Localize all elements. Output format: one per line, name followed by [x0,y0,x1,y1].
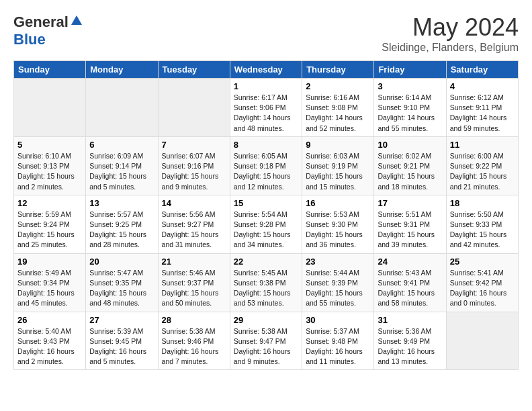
day-number: 2 [306,81,370,91]
logo-icon [70,14,83,30]
cell-daylight-info: Sunrise: 6:07 AM Sunset: 9:16 PM Dayligh… [162,151,226,192]
calendar-cell: 30Sunrise: 5:37 AM Sunset: 9:48 PM Dayli… [302,312,374,370]
calendar-week-row: 1Sunrise: 6:17 AM Sunset: 9:06 PM Daylig… [14,79,519,137]
weekday-header-row: SundayMondayTuesdayWednesdayThursdayFrid… [14,61,519,79]
weekday-header-tuesday: Tuesday [158,61,230,79]
day-number: 22 [234,257,298,267]
calendar-cell [86,79,158,137]
cell-daylight-info: Sunrise: 5:38 AM Sunset: 9:46 PM Dayligh… [162,326,226,367]
calendar-cell: 31Sunrise: 5:36 AM Sunset: 9:49 PM Dayli… [374,312,446,370]
calendar-cell: 29Sunrise: 5:38 AM Sunset: 9:47 PM Dayli… [230,312,302,370]
calendar-cell: 11Sunrise: 6:00 AM Sunset: 9:22 PM Dayli… [446,136,518,195]
calendar-cell: 4Sunrise: 6:12 AM Sunset: 9:11 PM Daylig… [446,79,518,137]
calendar-cell: 2Sunrise: 6:16 AM Sunset: 9:08 PM Daylig… [302,79,374,137]
day-number: 24 [378,257,442,267]
cell-daylight-info: Sunrise: 5:56 AM Sunset: 9:27 PM Dayligh… [162,210,226,250]
cell-daylight-info: Sunrise: 5:59 AM Sunset: 9:24 PM Dayligh… [17,210,82,250]
calendar-week-row: 12Sunrise: 5:59 AM Sunset: 9:24 PM Dayli… [14,195,519,253]
weekday-header-monday: Monday [86,61,158,79]
weekday-header-friday: Friday [374,61,446,79]
cell-daylight-info: Sunrise: 6:14 AM Sunset: 9:10 PM Dayligh… [378,93,442,134]
svg-marker-0 [71,15,82,25]
calendar-cell: 18Sunrise: 5:50 AM Sunset: 9:33 PM Dayli… [446,195,518,253]
calendar-cell: 24Sunrise: 5:43 AM Sunset: 9:41 PM Dayli… [374,253,446,312]
calendar-cell: 1Sunrise: 6:17 AM Sunset: 9:06 PM Daylig… [230,79,302,137]
cell-daylight-info: Sunrise: 5:37 AM Sunset: 9:48 PM Dayligh… [306,326,370,367]
calendar-cell: 3Sunrise: 6:14 AM Sunset: 9:10 PM Daylig… [374,79,446,137]
day-number: 20 [89,257,154,267]
location-subtitle: Sleidinge, Flanders, Belgium [382,42,519,54]
day-number: 4 [450,81,515,91]
cell-daylight-info: Sunrise: 5:46 AM Sunset: 9:37 PM Dayligh… [162,268,226,309]
day-number: 19 [17,257,82,267]
cell-daylight-info: Sunrise: 5:49 AM Sunset: 9:34 PM Dayligh… [17,268,82,309]
day-number: 14 [162,198,226,208]
calendar-cell: 25Sunrise: 5:41 AM Sunset: 9:42 PM Dayli… [446,253,518,312]
calendar-cell: 14Sunrise: 5:56 AM Sunset: 9:27 PM Dayli… [158,195,230,253]
day-number: 28 [162,315,226,325]
weekday-header-sunday: Sunday [14,61,86,79]
day-number: 31 [378,315,442,325]
cell-daylight-info: Sunrise: 5:45 AM Sunset: 9:38 PM Dayligh… [234,268,298,309]
day-number: 7 [162,140,226,150]
day-number: 9 [306,140,370,150]
calendar-cell: 27Sunrise: 5:39 AM Sunset: 9:45 PM Dayli… [86,312,158,370]
calendar-cell: 10Sunrise: 6:02 AM Sunset: 9:21 PM Dayli… [374,136,446,195]
cell-daylight-info: Sunrise: 5:50 AM Sunset: 9:33 PM Dayligh… [450,210,515,250]
cell-daylight-info: Sunrise: 6:16 AM Sunset: 9:08 PM Dayligh… [306,93,370,134]
calendar-cell: 6Sunrise: 6:09 AM Sunset: 9:14 PM Daylig… [86,136,158,195]
day-number: 16 [306,198,370,208]
calendar-cell: 5Sunrise: 6:10 AM Sunset: 9:13 PM Daylig… [14,136,86,195]
calendar-week-row: 5Sunrise: 6:10 AM Sunset: 9:13 PM Daylig… [14,136,519,195]
day-number: 29 [234,315,298,325]
day-number: 21 [162,257,226,267]
day-number: 30 [306,315,370,325]
calendar-cell: 23Sunrise: 5:44 AM Sunset: 9:39 PM Dayli… [302,253,374,312]
cell-daylight-info: Sunrise: 6:10 AM Sunset: 9:13 PM Dayligh… [17,151,82,192]
day-number: 1 [234,81,298,91]
day-number: 18 [450,198,515,208]
cell-daylight-info: Sunrise: 6:03 AM Sunset: 9:19 PM Dayligh… [306,151,370,192]
cell-daylight-info: Sunrise: 6:00 AM Sunset: 9:22 PM Dayligh… [450,151,515,192]
logo-general-text: General [13,13,69,31]
cell-daylight-info: Sunrise: 6:02 AM Sunset: 9:21 PM Dayligh… [378,151,442,192]
cell-daylight-info: Sunrise: 5:54 AM Sunset: 9:28 PM Dayligh… [234,210,298,250]
calendar-week-row: 19Sunrise: 5:49 AM Sunset: 9:34 PM Dayli… [14,253,519,312]
calendar-cell: 21Sunrise: 5:46 AM Sunset: 9:37 PM Dayli… [158,253,230,312]
calendar-cell: 22Sunrise: 5:45 AM Sunset: 9:38 PM Dayli… [230,253,302,312]
weekday-header-wednesday: Wednesday [230,61,302,79]
calendar-cell: 15Sunrise: 5:54 AM Sunset: 9:28 PM Dayli… [230,195,302,253]
page-header: General Blue May 2024 Sleidinge, Flander… [13,13,519,54]
cell-daylight-info: Sunrise: 5:57 AM Sunset: 9:25 PM Dayligh… [89,210,154,250]
calendar-cell: 7Sunrise: 6:07 AM Sunset: 9:16 PM Daylig… [158,136,230,195]
calendar-title-area: May 2024 Sleidinge, Flanders, Belgium [382,13,519,54]
logo-blue-text: Blue [13,31,46,48]
calendar-cell: 9Sunrise: 6:03 AM Sunset: 9:19 PM Daylig… [302,136,374,195]
cell-daylight-info: Sunrise: 6:09 AM Sunset: 9:14 PM Dayligh… [89,151,154,192]
cell-daylight-info: Sunrise: 5:44 AM Sunset: 9:39 PM Dayligh… [306,268,370,309]
calendar-cell: 17Sunrise: 5:51 AM Sunset: 9:31 PM Dayli… [374,195,446,253]
day-number: 3 [378,81,442,91]
day-number: 5 [17,140,82,150]
cell-daylight-info: Sunrise: 5:51 AM Sunset: 9:31 PM Dayligh… [378,210,442,250]
calendar-cell: 12Sunrise: 5:59 AM Sunset: 9:24 PM Dayli… [14,195,86,253]
day-number: 25 [450,257,515,267]
weekday-header-saturday: Saturday [446,61,518,79]
day-number: 6 [89,140,154,150]
cell-daylight-info: Sunrise: 5:41 AM Sunset: 9:42 PM Dayligh… [450,268,515,309]
cell-daylight-info: Sunrise: 5:47 AM Sunset: 9:35 PM Dayligh… [89,268,154,309]
cell-daylight-info: Sunrise: 5:43 AM Sunset: 9:41 PM Dayligh… [378,268,442,309]
weekday-header-thursday: Thursday [302,61,374,79]
calendar-cell: 13Sunrise: 5:57 AM Sunset: 9:25 PM Dayli… [86,195,158,253]
calendar-cell: 20Sunrise: 5:47 AM Sunset: 9:35 PM Dayli… [86,253,158,312]
day-number: 17 [378,198,442,208]
calendar-cell [14,79,86,137]
calendar-cell: 26Sunrise: 5:40 AM Sunset: 9:43 PM Dayli… [14,312,86,370]
calendar-week-row: 26Sunrise: 5:40 AM Sunset: 9:43 PM Dayli… [14,312,519,370]
day-number: 8 [234,140,298,150]
day-number: 27 [89,315,154,325]
month-year-title: May 2024 [382,13,519,42]
calendar-cell: 16Sunrise: 5:53 AM Sunset: 9:30 PM Dayli… [302,195,374,253]
cell-daylight-info: Sunrise: 5:38 AM Sunset: 9:47 PM Dayligh… [234,326,298,367]
day-number: 15 [234,198,298,208]
